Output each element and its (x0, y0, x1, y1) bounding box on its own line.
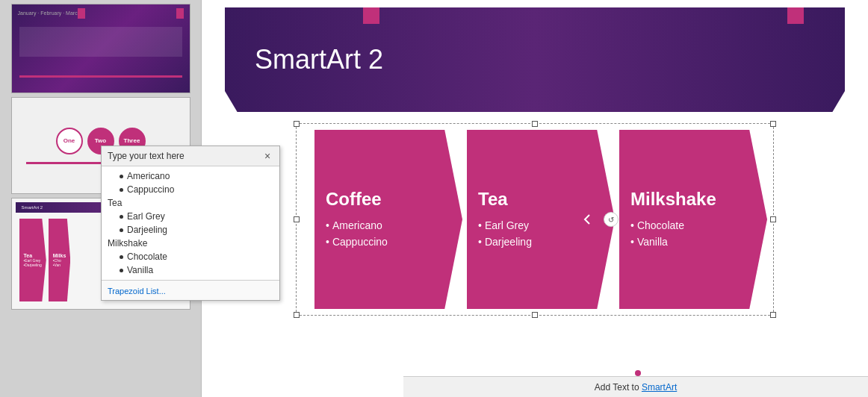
smartart-items-row: Coffee Americano Cappuccino Tea Earl Gre… (297, 124, 773, 315)
panel-item-tea: Tea (102, 196, 279, 210)
thumb1-label: January · February · March (18, 10, 81, 16)
bullet-vanilla (120, 269, 123, 272)
coffee-sub1: Americano (326, 217, 447, 234)
panel-item-americano: Americano (102, 169, 279, 183)
panel-item-vanilla: Vanilla (102, 263, 279, 277)
text-panel-title: Type your text here (108, 151, 185, 161)
smartart-item-milkshake-sub: Chocolate Vanilla (630, 217, 752, 251)
status-smartart-link[interactable]: SmartArt (642, 382, 677, 393)
panel-item-earl-grey: Earl Grey (102, 210, 279, 223)
text-input-panel: Type your text here × Americano Cappucci… (101, 146, 280, 301)
milkshake-sub1: Chocolate (630, 217, 752, 234)
status-bar: Add Text to SmartArt (403, 376, 868, 397)
resize-handle-bc[interactable] (532, 312, 538, 318)
chevron-left-icon (583, 213, 591, 225)
panel-label-tea: Tea (108, 198, 122, 208)
panel-label-milkshake: Milkshake (108, 238, 147, 248)
text-panel-body[interactable]: Americano Cappuccino Tea Earl Grey Darje… (102, 166, 279, 280)
thumb1-accent-bar (19, 75, 182, 78)
smartart-item-coffee-title: Coffee (326, 189, 447, 210)
tea-sub2: Darjeeling (478, 234, 600, 250)
panel-item-milkshake: Milkshake (102, 237, 279, 250)
resize-handle-tl[interactable] (294, 121, 300, 127)
bullet-darjeeling (120, 228, 123, 232)
thumb1-accent1 (78, 8, 85, 19)
smartart-item-tea-title: Tea (478, 189, 600, 210)
thumb3-title: SmartArt 2 (22, 205, 43, 210)
panel-label-chocolate: Chocolate (127, 251, 167, 262)
smartart-title: SmartArt 2 (255, 44, 383, 75)
smartart-item-coffee-sub: Americano Cappuccino (326, 217, 447, 251)
thumb1-accent2 (176, 8, 184, 19)
bullet-chocolate (120, 255, 123, 259)
resize-handle-tc[interactable] (532, 121, 538, 127)
banner-accent-right (787, 1, 804, 24)
collapse-arrow-left[interactable] (580, 208, 594, 231)
main-content-area: SmartArt 2 Coffee Americano (202, 0, 868, 397)
panel-label-vanilla: Vanilla (127, 265, 153, 275)
smartart-header-container: SmartArt 2 (225, 7, 845, 123)
circle-one: One (56, 128, 83, 154)
thumb3-items: Tea •Earl Grey •Darjeeling Milks •Cho •V… (16, 202, 75, 305)
resize-handle-mr[interactable] (770, 216, 776, 222)
text-panel-close-button[interactable]: × (261, 150, 273, 162)
rotate-arrow[interactable]: ↺ (604, 212, 619, 227)
panel-item-chocolate: Chocolate (102, 250, 279, 263)
panel-label-cappuccino: Cappuccino (127, 184, 174, 195)
smartart-item-coffee[interactable]: Coffee Americano Cappuccino (314, 130, 462, 309)
bullet-americano (120, 175, 123, 178)
coffee-sub2: Cappuccino (326, 234, 447, 250)
resize-handle-bl[interactable] (294, 312, 300, 318)
thumb3-coffee: Tea •Earl Grey •Darjeeling (19, 219, 46, 301)
thumb3-milkshake-sub2: •Van (53, 263, 66, 267)
status-text: Add Text to SmartArt (595, 382, 678, 393)
resize-handle-br[interactable] (770, 312, 776, 318)
panel-label-earl-grey: Earl Grey (127, 211, 165, 222)
trapezoid-list-link[interactable]: Trapezoid List... (108, 287, 166, 296)
resize-handle-ml[interactable] (294, 216, 300, 222)
status-text-static: Add Text to (595, 382, 642, 393)
milkshake-sub2: Vanilla (630, 234, 752, 250)
thumb3-milkshake: Milks •Cho •Van (49, 219, 71, 301)
smartart-banner: SmartArt 2 (225, 7, 845, 112)
status-dot (635, 370, 641, 376)
panel-item-cappuccino: Cappuccino (102, 183, 279, 196)
thumb3-milkshake-label: Milks (53, 253, 66, 258)
resize-handle-tr[interactable] (770, 121, 776, 127)
panel-item-darjeeling: Darjeeling (102, 223, 279, 237)
thumb3-coffee-sub2: •Darjeeling (24, 263, 42, 267)
banner-accent-left (363, 1, 379, 24)
text-panel-header: Type your text here × (102, 146, 279, 166)
bullet-earl-grey (120, 215, 123, 219)
smartart-item-milkshake-title: Milkshake (630, 189, 752, 210)
thumb3-coffee-label: Tea (24, 253, 42, 258)
panel-label-americano: Americano (127, 171, 170, 181)
thumbnail-slide-1[interactable]: January · February · March (11, 4, 190, 93)
bullet-cappuccino (120, 188, 123, 192)
smartart-item-milkshake[interactable]: Milkshake Chocolate Vanilla (619, 130, 767, 309)
smartart-list-container: Coffee Americano Cappuccino Tea Earl Gre… (296, 123, 774, 316)
panel-label-darjeeling: Darjeeling (127, 225, 167, 235)
text-panel-footer: Trapezoid List... (102, 280, 279, 300)
